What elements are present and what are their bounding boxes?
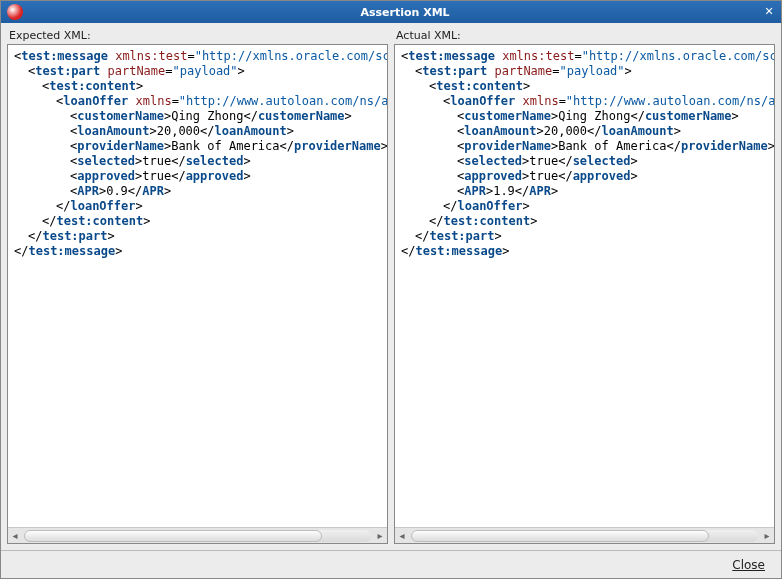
app-icon — [7, 4, 23, 20]
expected-hscrollbar[interactable]: ◂ ▸ — [8, 527, 387, 543]
scroll-right-icon[interactable]: ▸ — [373, 529, 387, 543]
scroll-thumb[interactable] — [411, 530, 709, 542]
scroll-thumb[interactable] — [24, 530, 322, 542]
actual-label: Actual XML: — [394, 29, 775, 42]
scroll-track[interactable] — [411, 530, 758, 542]
assertion-xml-window: Assertion XML ✕ Expected XML: <test:mess… — [0, 0, 782, 579]
window-close-icon[interactable]: ✕ — [761, 3, 777, 19]
dialog-footer: Close — [1, 550, 781, 578]
scroll-left-icon[interactable]: ◂ — [395, 529, 409, 543]
titlebar: Assertion XML ✕ — [1, 1, 781, 23]
expected-box: <test:message xmlns:test="http://xmlns.o… — [7, 44, 388, 544]
expected-panel: Expected XML: <test:message xmlns:test="… — [7, 29, 388, 544]
expected-label: Expected XML: — [7, 29, 388, 42]
content-area: Expected XML: <test:message xmlns:test="… — [1, 23, 781, 550]
scroll-right-icon[interactable]: ▸ — [760, 529, 774, 543]
window-title: Assertion XML — [29, 6, 781, 19]
actual-hscrollbar[interactable]: ◂ ▸ — [395, 527, 774, 543]
close-button[interactable]: Close — [726, 556, 771, 574]
scroll-track[interactable] — [24, 530, 371, 542]
actual-panel: Actual XML: <test:message xmlns:test="ht… — [394, 29, 775, 544]
scroll-left-icon[interactable]: ◂ — [8, 529, 22, 543]
actual-box: <test:message xmlns:test="http://xmlns.o… — [394, 44, 775, 544]
expected-xml-view[interactable]: <test:message xmlns:test="http://xmlns.o… — [8, 45, 387, 527]
actual-xml-view[interactable]: <test:message xmlns:test="http://xmlns.o… — [395, 45, 774, 527]
